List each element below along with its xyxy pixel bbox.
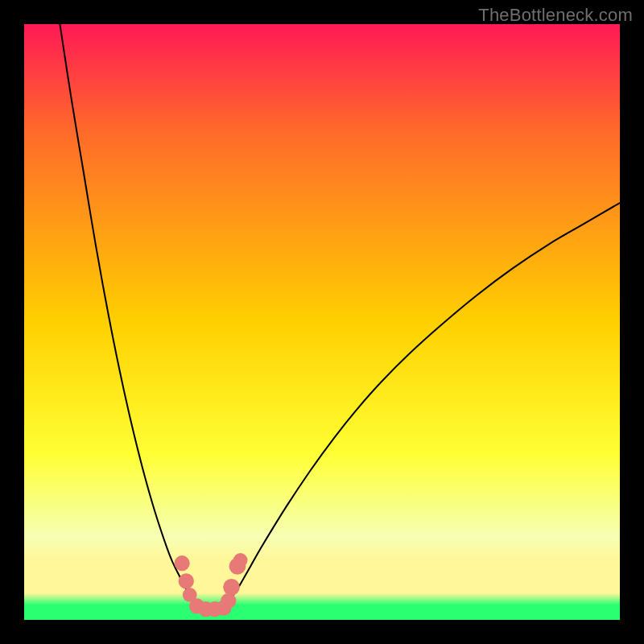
chart-svg — [24, 24, 620, 620]
marker-point — [179, 573, 194, 588]
marker-point — [174, 555, 189, 571]
curve-left-branch — [60, 24, 191, 596]
marker-point — [233, 553, 248, 568]
plot-area — [24, 24, 620, 620]
curve-right-branch — [233, 203, 620, 596]
watermark-text: TheBottleneck.com — [478, 5, 633, 26]
curve-group — [60, 24, 620, 596]
marker-point — [221, 593, 236, 609]
chart-frame: TheBottleneck.com — [0, 0, 644, 644]
marker-point — [223, 579, 240, 596]
marker-group — [174, 553, 247, 617]
